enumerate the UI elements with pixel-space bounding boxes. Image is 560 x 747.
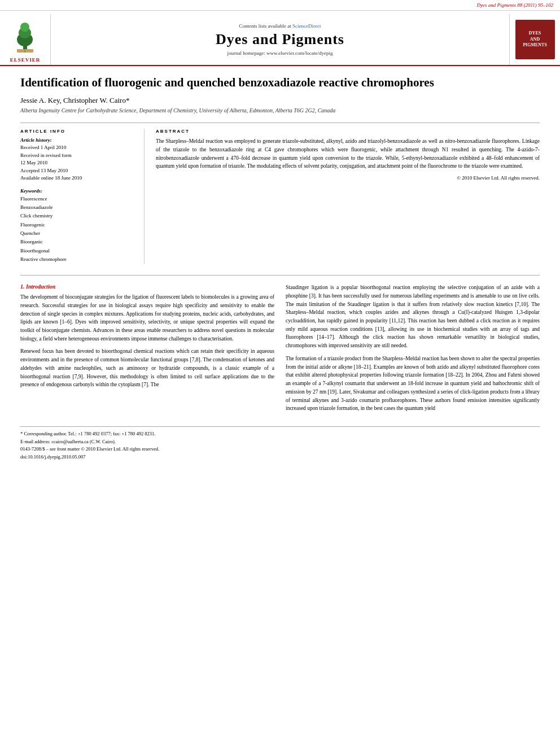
kw-fluorogenic: Fluorogenic bbox=[20, 221, 137, 229]
footnote-email: E-mail address: ccairo@ualberta.ca (C.W.… bbox=[20, 438, 540, 446]
abstract-text: The Sharpless–Meldal reaction was employ… bbox=[156, 137, 540, 171]
contents-available-line: Contents lists available at ScienceDirec… bbox=[239, 23, 321, 29]
copyright-line: © 2010 Elsevier Ltd. All rights reserved… bbox=[156, 175, 540, 181]
article-info-col: ARTICLE INFO Article history: Received 1… bbox=[20, 129, 145, 264]
authors-line: Jessie A. Key, Christopher W. Cairo* bbox=[20, 96, 540, 105]
kw-quencher: Quencher bbox=[20, 229, 137, 238]
history-item-1: Received in revised form bbox=[20, 152, 137, 160]
affiliation-line: Alberta Ingenuity Centre for Carbohydrat… bbox=[20, 107, 540, 113]
section1-para1: The development of bioconjugate strategi… bbox=[20, 293, 274, 343]
footnote-corresponding: * Corresponding author. Tel.: +1 780 492… bbox=[20, 430, 540, 438]
journal-brand-box: DYES AND PIGMENTS bbox=[515, 20, 555, 59]
brand-line2: AND bbox=[530, 37, 540, 42]
elsevier-tree-logo bbox=[6, 16, 45, 56]
journal-center: Contents lists available at ScienceDirec… bbox=[51, 14, 509, 65]
history-item-4: Available online 18 June 2010 bbox=[20, 174, 137, 182]
kw-bioorganic: Bioorganic bbox=[20, 238, 137, 246]
kw-benzoxadiazole: Benzoxadiazole bbox=[20, 203, 137, 212]
body-section: 1. Introduction The development of bioco… bbox=[20, 275, 540, 417]
keywords-block: Keywords: Fluorescence Benzoxadiazole Cl… bbox=[20, 188, 137, 264]
article-history-block: Article history: Received 1 April 2010 R… bbox=[20, 137, 137, 182]
kw-reactive-chromophore: Reactive chromophore bbox=[20, 255, 137, 264]
footnote-doi: doi:10.1016/j.dyepig.2010.05.007 bbox=[20, 453, 540, 461]
section1-right-para2: The formation of a triazole product from… bbox=[286, 355, 540, 413]
section1-title: 1. Introduction bbox=[20, 283, 274, 290]
main-content: Identification of fluorogenic and quench… bbox=[0, 66, 560, 470]
history-item-2: 12 May 2010 bbox=[20, 159, 137, 167]
elsevier-logo-area: ELSEVIER bbox=[0, 14, 51, 65]
sciencedirect-link[interactable]: ScienceDirect bbox=[292, 23, 321, 29]
journal-logo-right: DYES AND PIGMENTS bbox=[509, 14, 560, 65]
citation-text: Dyes and Pigments 88 (2011) 95–102 bbox=[476, 2, 553, 8]
section1-para2: Renewed focus has been devoted to bioort… bbox=[20, 347, 274, 389]
elsevier-tree-svg bbox=[7, 18, 43, 55]
abstract-heading: ABSTRACT bbox=[156, 129, 540, 134]
history-item-3: Accepted 13 May 2010 bbox=[20, 167, 137, 175]
citation-bar: Dyes and Pigments 88 (2011) 95–102 bbox=[0, 0, 560, 11]
article-title: Identification of fluorogenic and quench… bbox=[20, 75, 540, 90]
journal-homepage: journal homepage: www.elsevier.com/locat… bbox=[228, 50, 333, 56]
kw-bioorthogonal: Bioorthogonal bbox=[20, 247, 137, 255]
contents-text: Contents lists available at bbox=[239, 23, 291, 29]
journal-title: Dyes and Pigments bbox=[216, 31, 344, 48]
history-item-0: Received 1 April 2010 bbox=[20, 144, 137, 152]
footnotes: * Corresponding author. Tel.: +1 780 492… bbox=[20, 426, 540, 461]
body-right-col: Staudinger ligation is a popular bioorth… bbox=[286, 283, 540, 417]
elsevier-label: ELSEVIER bbox=[10, 57, 41, 63]
journal-header: ELSEVIER Contents lists available at Sci… bbox=[0, 11, 560, 66]
article-info-heading: ARTICLE INFO bbox=[20, 129, 137, 134]
svg-point-3 bbox=[20, 23, 29, 32]
section1-right-para1: Staudinger ligation is a popular bioorth… bbox=[286, 283, 540, 350]
brand-line3: PIGMENTS bbox=[523, 42, 547, 48]
kw-fluorescence: Fluorescence bbox=[20, 195, 137, 203]
kw-click-chemistry: Click chemistry bbox=[20, 212, 137, 220]
history-label: Article history: bbox=[20, 137, 137, 143]
footnote-issn: 0143-7208/$ – see front matter © 2010 El… bbox=[20, 445, 540, 453]
keywords-label: Keywords: bbox=[20, 188, 137, 194]
info-abstract-section: ARTICLE INFO Article history: Received 1… bbox=[20, 123, 540, 264]
abstract-col: ABSTRACT The Sharpless–Meldal reaction w… bbox=[156, 129, 540, 264]
body-left-col: 1. Introduction The development of bioco… bbox=[20, 283, 274, 417]
brand-line1: DYES bbox=[529, 30, 541, 36]
